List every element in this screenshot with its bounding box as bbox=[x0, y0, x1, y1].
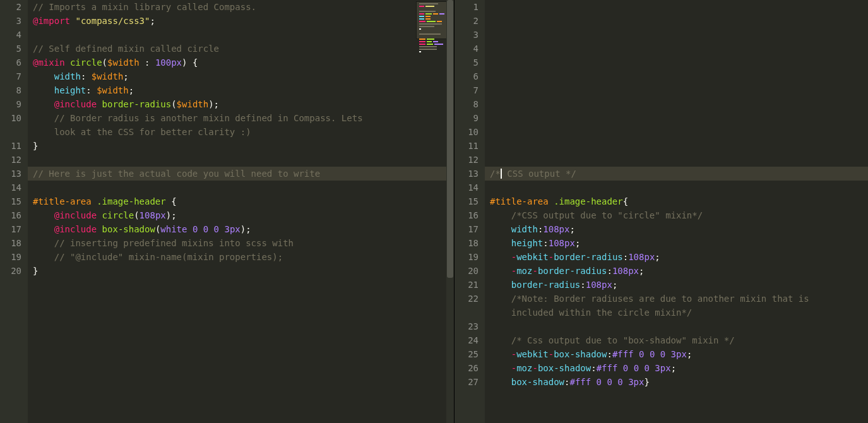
code-line[interactable] bbox=[33, 181, 454, 194]
code-line[interactable] bbox=[490, 83, 868, 97]
code-line[interactable]: included within the circle mixin*/ bbox=[490, 306, 868, 319]
editor-pane-left[interactable]: 234567891011121314151617181920 // Import… bbox=[0, 0, 455, 423]
gutter-line: 10 bbox=[455, 125, 479, 139]
code-line[interactable]: -webkit-border-radius:108px; bbox=[490, 250, 868, 264]
gutter-line: 11 bbox=[455, 139, 479, 153]
token: // Border radius is another mixin define… bbox=[54, 113, 368, 123]
gutter-line: 6 bbox=[455, 69, 479, 83]
gutter-line: 18 bbox=[0, 236, 21, 250]
token: webkit bbox=[516, 349, 549, 359]
code-line[interactable]: width:108px; bbox=[490, 222, 868, 236]
gutter-line: 14 bbox=[0, 181, 21, 194]
gutter-line: 5 bbox=[0, 42, 21, 56]
scrollbar-thumb-left[interactable] bbox=[447, 0, 453, 278]
gutter-line: 13 bbox=[0, 167, 21, 181]
code-line[interactable] bbox=[490, 97, 868, 111]
token: ; bbox=[129, 85, 134, 95]
code-line[interactable]: look at the CSS for better clarity :) bbox=[33, 125, 454, 139]
gutter-line: 15 bbox=[0, 194, 21, 208]
code-line[interactable] bbox=[490, 28, 868, 42]
code-line[interactable] bbox=[33, 28, 454, 42]
code-line[interactable]: // Self defined mixin called circle bbox=[33, 42, 454, 56]
token: : bbox=[623, 252, 628, 262]
token: // "@include" mixin-name(mixin propertie… bbox=[54, 252, 283, 262]
gutter-line bbox=[0, 125, 21, 139]
token: ; bbox=[639, 266, 644, 276]
token bbox=[549, 196, 554, 206]
token: .image-header bbox=[554, 196, 623, 206]
token bbox=[97, 210, 102, 220]
code-line[interactable]: -moz-border-radius:108px; bbox=[490, 264, 868, 278]
token: - bbox=[549, 349, 554, 359]
code-line[interactable] bbox=[490, 14, 868, 28]
gutter-line: 7 bbox=[455, 83, 479, 97]
gutter-line: 17 bbox=[455, 222, 479, 236]
code-line[interactable] bbox=[490, 319, 868, 333]
code-area-right[interactable]: /* CSS output */#title-area .image-heade… bbox=[485, 0, 868, 423]
code-line[interactable]: border-radius:108px; bbox=[490, 278, 868, 292]
code-line[interactable]: width: $width; bbox=[33, 69, 454, 83]
editor-pane-right[interactable]: 1234567891011121314151617181920212223242… bbox=[455, 0, 868, 423]
code-line[interactable]: @include circle(108px); bbox=[33, 208, 454, 222]
token: moz bbox=[516, 266, 532, 276]
gutter-right: 1234567891011121314151617181920212223242… bbox=[455, 0, 485, 423]
code-line[interactable] bbox=[33, 153, 454, 167]
token: @include bbox=[54, 224, 97, 234]
code-line[interactable]: /* CSS output */ bbox=[490, 167, 868, 181]
code-line[interactable] bbox=[490, 111, 868, 125]
token: height bbox=[54, 85, 86, 95]
code-line[interactable] bbox=[490, 0, 868, 14]
code-line[interactable]: /*CSS output due to "circle" mixin*/ bbox=[490, 208, 868, 222]
gutter-line: 2 bbox=[0, 0, 21, 14]
token: #fff 0 0 0 3px bbox=[612, 349, 687, 359]
token: white 0 0 0 3px bbox=[160, 224, 240, 234]
code-line[interactable]: } bbox=[33, 264, 454, 278]
token: ; bbox=[569, 224, 574, 234]
code-line[interactable] bbox=[490, 125, 868, 139]
token: 108px bbox=[586, 280, 612, 290]
code-area-left[interactable]: // Imports a mixin library called Compas… bbox=[28, 0, 454, 423]
code-line[interactable]: #title-area .image-header{ bbox=[490, 194, 868, 208]
gutter-line: 4 bbox=[455, 42, 479, 56]
token: #title-area bbox=[490, 196, 549, 206]
code-line[interactable]: height: $width; bbox=[33, 83, 454, 97]
code-line[interactable]: // Imports a mixin library called Compas… bbox=[33, 0, 454, 14]
code-line[interactable] bbox=[490, 153, 868, 167]
token bbox=[97, 224, 102, 234]
code-line[interactable]: /* Css output due to "box-shadow" mixin … bbox=[490, 333, 868, 347]
code-line[interactable]: // "@include" mixin-name(mixin propertie… bbox=[33, 250, 454, 264]
code-line[interactable]: // Here is just the actual code you will… bbox=[33, 167, 454, 181]
code-line[interactable]: // Border radius is another mixin define… bbox=[33, 111, 454, 125]
code-line[interactable]: /*Note: Border radiuses are due to anoth… bbox=[490, 292, 868, 306]
token: // inserting predefined mixins into scss… bbox=[54, 238, 294, 248]
token: ; bbox=[575, 238, 580, 248]
gutter-line bbox=[455, 306, 479, 319]
code-line[interactable]: -moz-box-shadow:#fff 0 0 0 3px; bbox=[490, 361, 868, 375]
code-line[interactable]: height:108px; bbox=[490, 236, 868, 250]
code-line[interactable]: // inserting predefined mixins into scss… bbox=[33, 236, 454, 250]
code-line[interactable]: } bbox=[33, 139, 454, 153]
token: circle bbox=[102, 210, 134, 220]
code-line[interactable]: box-shadow:#fff 0 0 0 3px} bbox=[490, 375, 868, 389]
token: ); bbox=[166, 210, 177, 220]
code-line[interactable]: @import "compass/css3"; bbox=[33, 14, 454, 28]
code-line[interactable] bbox=[490, 139, 868, 153]
token: ); bbox=[241, 224, 251, 234]
code-line[interactable] bbox=[490, 69, 868, 83]
code-line[interactable]: #title-area .image-header { bbox=[33, 194, 454, 208]
code-line[interactable]: @mixin circle($width : 100px) { bbox=[33, 56, 454, 69]
token: $width bbox=[92, 71, 124, 81]
gutter-line: 25 bbox=[455, 347, 479, 361]
code-line[interactable] bbox=[490, 42, 868, 56]
token: ; bbox=[687, 349, 692, 359]
code-line[interactable] bbox=[490, 181, 868, 194]
token bbox=[97, 99, 102, 109]
gutter-line: 5 bbox=[455, 56, 479, 69]
code-line[interactable]: @include border-radius($width); bbox=[33, 97, 454, 111]
token: circle bbox=[70, 57, 102, 68]
code-line[interactable]: @include box-shadow(white 0 0 0 3px); bbox=[33, 222, 454, 236]
token: { bbox=[623, 196, 628, 206]
code-line[interactable] bbox=[490, 56, 868, 69]
code-line[interactable]: -webkit-box-shadow:#fff 0 0 0 3px; bbox=[490, 347, 868, 361]
scrollbar-left[interactable] bbox=[446, 0, 454, 423]
